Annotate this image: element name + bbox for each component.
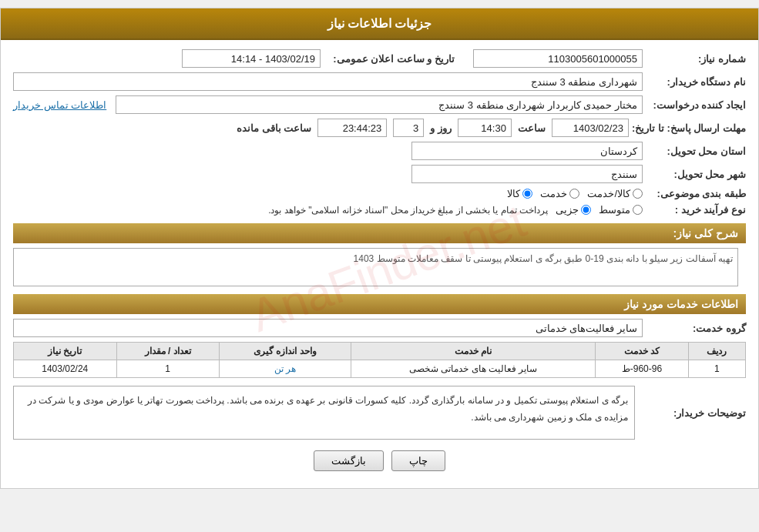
name-dasgah-value: شهرداری منطقه 3 سنندج [531,76,637,88]
mohlat-saet-field: 14:30 [458,119,512,137]
radio-kala-label: کالا [507,188,520,199]
group-row: گروه خدمت: سایر فعالیت‌های خدماتی [13,319,746,337]
sherh-section-title: شرح کلی نیاز: [13,223,746,243]
name-dasgah-row: نام دستگاه خریدار: شهرداری منطقه 3 سنندج [13,72,746,91]
nooe-farayand-row: نوع فرآیند خرید : متوسط جزیی پرداخت تمام… [13,204,746,216]
radio-jozi-input[interactable] [581,205,591,215]
radio-motawaset: متوسط [599,204,643,216]
shomare-niaz-value: 1103005601000055 [548,53,637,65]
cell-tedad: 1 [116,360,219,378]
sherh-value: تهیه آسفالت زیر سیلو با دانه بندی 19-0 ط… [354,253,733,264]
nooe-note: پرداخت تمام یا بخشی از مبلغ خریداز محل "… [268,205,548,216]
radio-khedmat: خدمت [540,188,579,199]
tarikhe-elan-label: تاریخ و ساعت اعلان عمومی: [324,53,455,65]
buttons-row: چاپ بازگشت [13,450,746,471]
page-header: جزئیات اطلاعات نیاز [1,8,758,40]
radio-kala-khedmat-label: کالا/خدمت [587,188,630,199]
tosih-label: توضیحات خریدار: [646,407,746,419]
col-tarikh: تاریخ نیاز [14,343,117,360]
mohlat-baqi-label: ساعت باقی مانده [237,122,311,134]
col-vahed: واحد اندازه گیری [219,343,351,360]
mohlat-row: مهلت ارسال پاسخ: تا تاریخ: 1403/02/23 سا… [13,119,746,137]
radio-kala-khedmat-input[interactable] [633,189,643,199]
ejad-label: ایجاد کننده درخواست: [646,99,746,111]
name-dasgah-label: نام دستگاه خریدار: [646,76,746,88]
shomare-niaz-label: شماره نیاز: [646,53,746,65]
shomare-niaz-field: 1103005601000055 [473,49,643,68]
radio-kala-khedmat: کالا/خدمت [587,188,643,199]
tosih-row: توضیحات خریدار: برگه ی استعلام پیوستی تک… [13,386,746,440]
group-value: سایر فعالیت‌های خدماتی [536,323,637,334]
col-name: نام خدمت [351,343,596,360]
sherh-row: تهیه آسفالت زیر سیلو با دانه بندی 19-0 ط… [13,248,746,286]
tosih-box: برگه ی استعلام پیوستی تکمیل و در سامانه … [13,386,635,440]
radio-kala-input[interactable] [522,189,532,199]
tarighe-row: طبقه بندی موضوعی: کالا/خدمت خدمت کالا [13,188,746,199]
radio-jozi-label: جزیی [556,204,579,216]
name-dasgah-field: شهرداری منطقه 3 سنندج [13,72,643,91]
shahr-field: سنندج [411,165,643,183]
radio-khedmat-label: خدمت [540,188,567,199]
tosih-value: برگه ی استعلام پیوستی تکمیل و در سامانه … [28,395,628,423]
mohlat-baqi-field: 23:44:23 [317,119,387,137]
group-label: گروه خدمت: [646,323,746,334]
mohlat-roz-field: 3 [393,119,424,137]
cell-kod: 960-96-ط [596,360,688,378]
cell-tarikh: 1403/02/24 [14,360,117,378]
service-section-title: اطلاعات خدمات مورد نیاز [13,294,746,314]
page-title: جزئیات اطلاعات نیاز [327,17,432,30]
mohlat-roz-label: روز و [430,122,452,134]
radio-kala: کالا [507,188,532,199]
mohlat-saet-label: ساعت [518,122,546,134]
ejad-value: مختار حمیدی کاربردار شهرداری منطقه 3 سنن… [438,99,637,111]
tarighe-label: طبقه بندی موضوعی: [646,188,746,199]
radio-khedmat-input[interactable] [569,189,579,199]
ejad-link[interactable]: اطلاعات تماس خریدار [13,99,106,111]
tarikhe-elan-value: 1403/02/19 - 14:14 [231,53,315,65]
mohlat-roz-value: 3 [413,122,418,134]
ejad-row: ایجاد کننده درخواست: مختار حمیدی کاربردا… [13,95,746,114]
shahr-row: شهر محل تحویل: سنندج [13,165,746,183]
ostan-value: کردستان [600,146,637,157]
services-table: ردیف کد خدمت نام خدمت واحد اندازه گیری ت… [13,342,746,378]
ostan-label: استان محل تحویل: [646,146,746,157]
cell-name: سایر فعالیت های خدماتی شخصی [351,360,596,378]
col-radif: ردیف [688,343,745,360]
ejad-field: مختار حمیدی کاربردار شهرداری منطقه 3 سنن… [116,95,643,114]
nooe-farayand-label: نوع فرآیند خرید : [646,204,746,216]
table-row: 1 960-96-ط سایر فعالیت های خدماتی شخصی ه… [14,360,746,378]
mohlat-baqi-value: 23:44:23 [343,122,382,134]
radio-motawaset-input[interactable] [633,205,643,215]
ostan-field: کردستان [411,142,643,160]
sherh-box: تهیه آسفالت زیر سیلو با دانه بندی 19-0 ط… [13,248,738,286]
col-kod: کد خدمت [596,343,688,360]
group-field: سایر فعالیت‌های خدماتی [13,319,643,337]
mohlat-date-value: 1403/02/23 [573,122,623,134]
mohlat-saet-value: 14:30 [481,122,506,134]
radio-jozi: جزیی [556,204,591,216]
shahr-label: شهر محل تحویل: [646,169,746,180]
shahr-value: سنندج [611,169,637,180]
mohlat-date-field: 1403/02/23 [552,119,629,137]
cell-vahed: هر تن [219,360,351,378]
tarighe-radio-group: کالا/خدمت خدمت کالا [507,188,643,199]
col-tedad: تعداد / مقدار [116,343,219,360]
cell-radif: 1 [688,360,745,378]
mohlat-label: مهلت ارسال پاسخ: تا تاریخ: [632,122,746,134]
ostan-row: استان محل تحویل: کردستان [13,142,746,160]
shomare-row: شماره نیاز: 1103005601000055 تاریخ و ساع… [13,49,746,68]
radio-motawaset-label: متوسط [599,204,630,216]
tarikhe-elan-field: 1403/02/19 - 14:14 [182,49,321,68]
chap-button[interactable]: چاپ [391,450,445,471]
nooe-radio-group: متوسط جزیی [556,204,643,216]
bazgasht-button[interactable]: بازگشت [314,450,384,471]
